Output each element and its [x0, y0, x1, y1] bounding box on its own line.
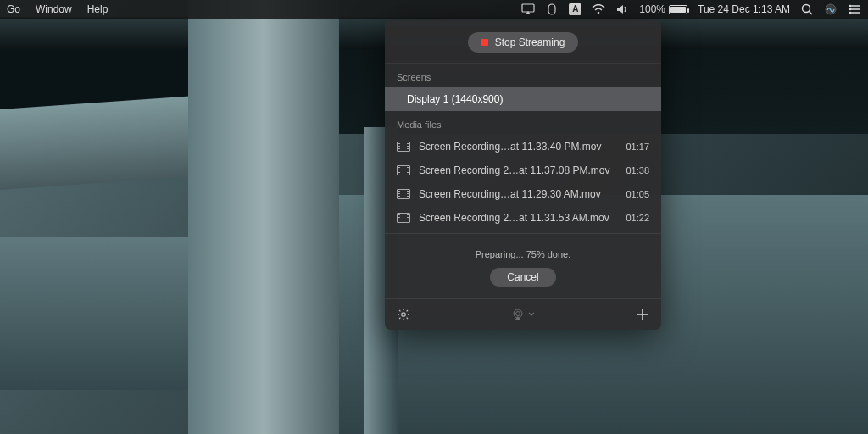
menu-bar: Go Window Help A 100% Tue 24 Dec 1:13 AM	[0, 0, 868, 19]
menu-help[interactable]: Help	[87, 3, 108, 15]
media-file-row[interactable]: Screen Recording 2…at 11.37.08 PM.mov 01…	[385, 159, 661, 182]
cancel-label: Cancel	[507, 271, 538, 283]
cancel-button[interactable]: Cancel	[490, 268, 555, 287]
chevron-down-icon	[528, 312, 535, 317]
notification-center-icon[interactable]	[848, 3, 861, 16]
film-icon	[397, 213, 410, 223]
record-indicator-icon	[481, 39, 488, 46]
film-icon	[397, 142, 410, 152]
media-file-duration: 01:17	[626, 142, 649, 152]
display-row[interactable]: Display 1 (1440x900)	[385, 87, 661, 111]
svg-point-22	[516, 312, 520, 316]
screens-section-label: Screens	[385, 64, 661, 87]
svg-line-17	[399, 310, 400, 311]
media-file-name: Screen Recording 2…at 11.31.53 AM.mov	[419, 212, 617, 224]
spotlight-icon[interactable]	[800, 3, 814, 16]
display-name: Display 1 (1440x900)	[397, 93, 649, 105]
menu-window[interactable]: Window	[36, 3, 72, 15]
film-icon	[397, 165, 410, 175]
stop-streaming-label: Stop Streaming	[495, 36, 565, 48]
streaming-panel: Stop Streaming Screens Display 1 (1440x9…	[385, 20, 661, 330]
siri-icon[interactable]	[824, 3, 837, 16]
svg-line-4	[810, 12, 813, 15]
svg-line-19	[399, 318, 400, 319]
media-file-row[interactable]: Screen Recording…at 11.29.30 AM.mov 01:0…	[385, 182, 661, 206]
battery-icon	[669, 5, 687, 14]
keyboard-input-icon[interactable]: A	[569, 3, 581, 15]
svg-rect-0	[522, 4, 534, 12]
svg-point-10	[849, 8, 851, 10]
svg-line-18	[407, 318, 408, 319]
media-file-duration: 01:38	[626, 165, 649, 175]
svg-point-9	[849, 5, 851, 7]
svg-point-12	[402, 313, 405, 316]
preparing-status: Preparing... 75% done.	[385, 237, 661, 264]
wifi-icon[interactable]	[592, 3, 605, 16]
media-file-row[interactable]: Screen Recording…at 11.33.40 PM.mov 01:1…	[385, 135, 661, 159]
menubar-datetime[interactable]: Tue 24 Dec 1:13 AM	[698, 3, 790, 15]
battery-status[interactable]: 100%	[639, 3, 687, 15]
settings-icon[interactable]	[397, 308, 410, 321]
svg-point-11	[849, 12, 851, 14]
media-file-name: Screen Recording 2…at 11.37.08 PM.mov	[419, 164, 617, 176]
svg-line-20	[407, 310, 408, 311]
media-file-duration: 01:22	[626, 213, 649, 223]
svg-rect-1	[548, 4, 555, 14]
film-icon	[397, 189, 410, 199]
battery-percent: 100%	[639, 3, 665, 15]
media-section-label: Media files	[385, 111, 661, 135]
airplay-menu-icon[interactable]	[521, 3, 535, 16]
volume-icon[interactable]	[615, 3, 629, 16]
media-file-duration: 01:05	[626, 189, 649, 199]
media-file-row[interactable]: Screen Recording 2…at 11.31.53 AM.mov 01…	[385, 206, 661, 230]
media-file-name: Screen Recording…at 11.29.30 AM.mov	[419, 188, 617, 200]
menu-go[interactable]: Go	[7, 3, 20, 15]
mouse-icon[interactable]	[545, 3, 559, 16]
svg-point-3	[803, 5, 810, 13]
airplay-target-selector[interactable]	[511, 309, 535, 320]
media-file-name: Screen Recording…at 11.33.40 PM.mov	[419, 141, 617, 153]
stop-streaming-button[interactable]: Stop Streaming	[468, 32, 579, 53]
add-button[interactable]	[636, 308, 649, 321]
svg-point-2	[598, 12, 600, 14]
